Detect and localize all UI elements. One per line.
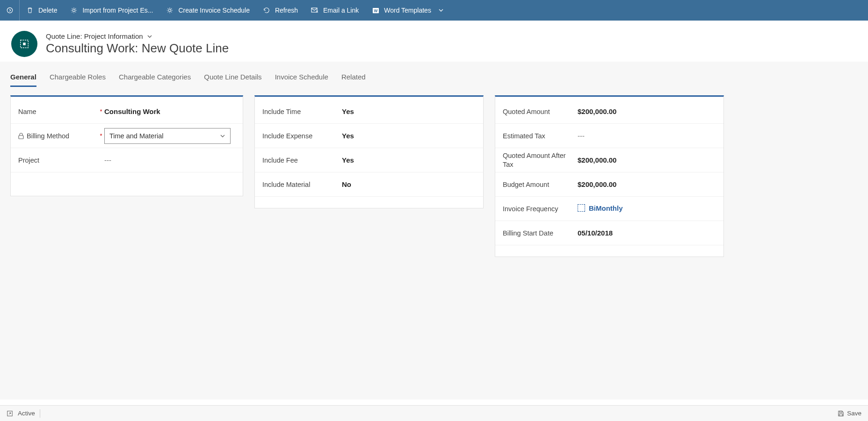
card-basic-info: Name * Consulting Work Billing Method * … — [10, 95, 243, 196]
entity-avatar — [11, 31, 37, 57]
create-invoice-schedule-button[interactable]: Create Invoice Schedule — [159, 0, 256, 21]
field-invoice-frequency[interactable]: Invoice Frequency BiMonthly — [495, 197, 723, 221]
estimated-tax-value: --- — [578, 132, 716, 140]
billing-method-value: Time and Material — [109, 132, 164, 140]
tab-related[interactable]: Related — [341, 70, 366, 87]
delete-icon — [26, 7, 34, 14]
chevron-down-icon — [439, 8, 443, 13]
status-text: Active — [18, 410, 35, 417]
field-include-time[interactable]: Include Time Yes — [255, 100, 483, 124]
budget-amount-label: Budget Amount — [503, 181, 578, 188]
chevron-right-circle-icon — [7, 7, 13, 14]
billing-method-select[interactable]: Time and Material — [104, 128, 231, 144]
command-bar: Delete Import from Project Es... Create … — [0, 0, 868, 21]
svg-rect-10 — [840, 411, 842, 413]
billing-method-label: Billing Method — [18, 132, 98, 140]
save-icon — [838, 410, 844, 417]
name-label: Name — [18, 108, 98, 115]
quoted-amount-value: $200,000.00 — [578, 107, 716, 115]
tab-general[interactable]: General — [10, 70, 36, 87]
refresh-button[interactable]: Refresh — [256, 0, 304, 21]
lock-icon — [18, 133, 24, 139]
refresh-icon — [263, 7, 270, 14]
email-link-label: Email a Link — [323, 7, 359, 14]
field-include-expense[interactable]: Include Expense Yes — [255, 124, 483, 148]
refresh-label: Refresh — [275, 7, 298, 14]
field-include-material[interactable]: Include Material No — [255, 172, 483, 197]
import-from-project-button[interactable]: Import from Project Es... — [64, 0, 159, 21]
breadcrumb-label: Quote Line: Project Information — [46, 32, 143, 40]
include-time-value: Yes — [342, 107, 476, 115]
svg-point-0 — [7, 7, 12, 13]
invoice-frequency-label: Invoice Frequency — [503, 205, 578, 213]
delete-label: Delete — [38, 7, 57, 14]
field-billing-start-date[interactable]: Billing Start Date 05/10/2018 — [495, 221, 723, 245]
field-budget-amount[interactable]: Budget Amount $200,000.00 — [495, 172, 723, 197]
include-expense-value: Yes — [342, 132, 476, 140]
quoted-after-tax-value: $200,000.00 — [578, 156, 716, 164]
field-billing-method: Billing Method * Time and Material — [11, 124, 243, 148]
email-link-button[interactable]: Email a Link — [304, 0, 365, 21]
divider — [40, 409, 40, 418]
svg-rect-7 — [23, 43, 26, 45]
field-include-fee[interactable]: Include Fee Yes — [255, 148, 483, 172]
include-expense-label: Include Expense — [262, 132, 342, 140]
card-includes: Include Time Yes Include Expense Yes Inc… — [254, 95, 484, 208]
tab-chargeable-roles[interactable]: Chargeable Roles — [50, 70, 106, 87]
word-templates-button[interactable]: W Word Templates — [365, 0, 450, 21]
tab-strip: General Chargeable Roles Chargeable Cate… — [10, 62, 858, 87]
entity-icon — [19, 39, 29, 49]
project-value: --- — [104, 156, 235, 164]
svg-rect-8 — [19, 136, 23, 139]
save-button[interactable]: Save — [838, 410, 861, 417]
include-material-value: No — [342, 180, 476, 188]
include-fee-label: Include Fee — [262, 157, 342, 164]
field-estimated-tax[interactable]: Estimated Tax --- — [495, 124, 723, 148]
gear-icon — [166, 7, 174, 14]
billing-start-date-value: 05/10/2018 — [578, 229, 716, 237]
quoted-amount-label: Quoted Amount — [503, 108, 578, 115]
chevron-down-icon — [220, 133, 225, 139]
expand-icon[interactable] — [7, 410, 13, 417]
tab-chargeable-categories[interactable]: Chargeable Categories — [119, 70, 191, 87]
record-header: Quote Line: Project Information Consulti… — [0, 21, 868, 62]
svg-point-1 — [73, 9, 75, 11]
include-fee-value: Yes — [342, 156, 476, 164]
budget-amount-value: $200,000.00 — [578, 180, 716, 188]
card-financials: Quoted Amount $200,000.00 Estimated Tax … — [495, 95, 724, 257]
billing-start-date-label: Billing Start Date — [503, 229, 578, 237]
word-templates-label: Word Templates — [384, 7, 431, 14]
import-label: Import from Project Es... — [82, 7, 153, 14]
chevron-down-icon — [147, 34, 152, 39]
name-value: Consulting Work — [104, 107, 235, 115]
content-area: General Chargeable Roles Chargeable Cate… — [0, 62, 868, 400]
field-name[interactable]: Name * Consulting Work — [11, 100, 243, 124]
include-material-label: Include Material — [262, 181, 342, 188]
required-mark: * — [98, 108, 104, 115]
save-label: Save — [847, 410, 861, 417]
breadcrumb[interactable]: Quote Line: Project Information — [46, 32, 229, 40]
delete-button[interactable]: Delete — [20, 0, 64, 21]
field-quoted-after-tax[interactable]: Quoted Amount After Tax $200,000.00 — [495, 148, 723, 172]
svg-point-2 — [169, 9, 171, 11]
word-icon: W — [372, 7, 379, 14]
tab-invoice-schedule[interactable]: Invoice Schedule — [275, 70, 328, 87]
svg-rect-11 — [839, 414, 843, 415]
create-invoice-label: Create Invoice Schedule — [178, 7, 250, 14]
svg-text:W: W — [374, 8, 377, 13]
estimated-tax-label: Estimated Tax — [503, 132, 578, 140]
email-icon — [311, 7, 318, 14]
page-title: Consulting Work: New Quote Line — [46, 41, 229, 56]
invoice-frequency-value: BiMonthly — [589, 204, 623, 212]
invoice-frequency-lookup[interactable]: BiMonthly — [578, 204, 623, 212]
lookup-icon — [578, 204, 585, 212]
back-chevron-button[interactable] — [0, 0, 20, 21]
project-label: Project — [18, 157, 98, 164]
quoted-after-tax-label: Quoted Amount After Tax — [503, 151, 578, 169]
status-bar: Active Save — [0, 405, 868, 421]
include-time-label: Include Time — [262, 108, 342, 115]
tab-quote-line-details[interactable]: Quote Line Details — [204, 70, 261, 87]
required-mark: * — [98, 132, 104, 139]
field-quoted-amount[interactable]: Quoted Amount $200,000.00 — [495, 100, 723, 124]
field-project[interactable]: Project --- — [11, 148, 243, 172]
